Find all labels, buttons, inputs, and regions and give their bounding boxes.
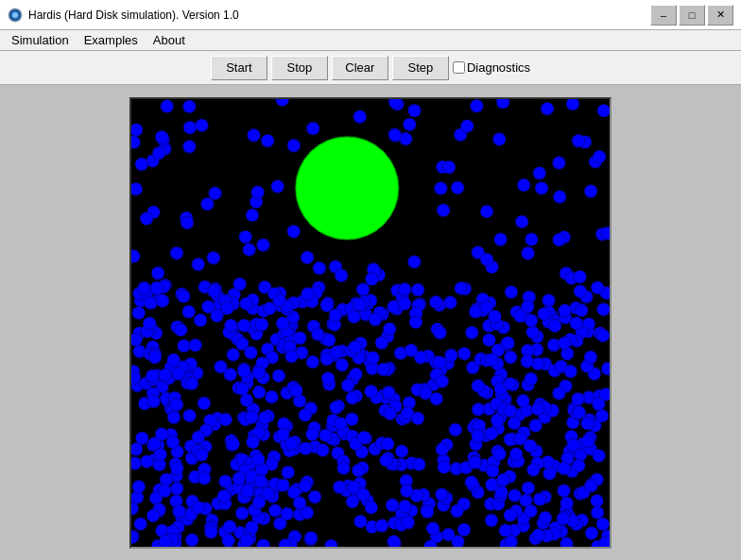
- clear-button[interactable]: Clear: [332, 56, 388, 80]
- diagnostics-checkbox[interactable]: [453, 61, 465, 74]
- app-icon: [8, 8, 23, 23]
- diagnostics-check: Diagnostics: [453, 60, 530, 75]
- menu-item-about[interactable]: About: [146, 31, 193, 49]
- toolbar: Start Stop Clear Step Diagnostics: [0, 51, 741, 85]
- stop-button[interactable]: Stop: [271, 56, 328, 80]
- svg-point-1: [12, 12, 18, 18]
- simulation-canvas: [129, 97, 612, 549]
- main-area: [0, 85, 741, 560]
- menu-item-examples[interactable]: Examples: [77, 31, 146, 49]
- title-bar: Hardis (Hard Disk simulation). Version 1…: [0, 0, 741, 30]
- maximize-button[interactable]: □: [679, 5, 705, 25]
- close-button[interactable]: ✕: [707, 5, 733, 25]
- menu-bar: Simulation Examples About: [0, 30, 741, 51]
- title-left: Hardis (Hard Disk simulation). Version 1…: [8, 8, 239, 23]
- step-button[interactable]: Step: [392, 56, 449, 80]
- title-text: Hardis (Hard Disk simulation). Version 1…: [28, 8, 239, 22]
- menu-item-simulation[interactable]: Simulation: [4, 31, 77, 49]
- minimize-button[interactable]: –: [650, 5, 677, 25]
- diagnostics-label: Diagnostics: [467, 60, 530, 75]
- start-button[interactable]: Start: [211, 56, 267, 80]
- title-controls: – □ ✕: [650, 5, 733, 25]
